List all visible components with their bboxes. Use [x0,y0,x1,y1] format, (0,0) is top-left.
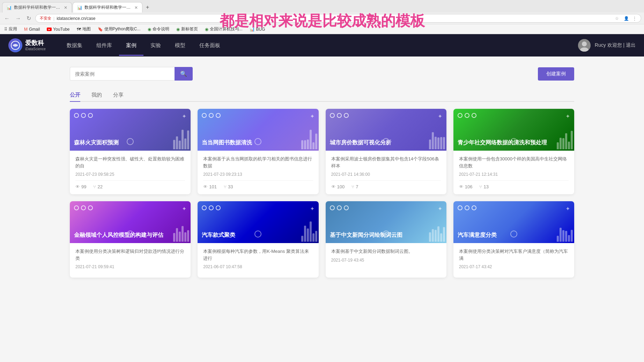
tab-shared[interactable]: 分享 [113,89,124,101]
dot-2 [209,205,214,210]
card-thumbnail: ✦ 森林火灾面积预测 [70,109,191,151]
create-case-button[interactable]: 创建案例 [538,67,574,81]
chart-bars [172,128,191,151]
refresh-button[interactable]: ↻ [25,14,32,22]
search-button[interactable]: 🔍 [175,67,193,81]
bookmark-cmd-label: 命令说明 [153,26,169,32]
forks-count: 7 [356,184,358,189]
python-bookmark-icon: 🔖 [98,27,103,32]
star-icon: ✦ [310,205,314,212]
tab-2-close[interactable]: ✕ [134,5,138,10]
svg-point-2 [582,42,587,46]
card-body: 本案例基于从当当网抓取的机学习相关的图书信息进行数据 2021-07-23 09… [198,151,318,194]
bookmark-cmd[interactable]: ◉ 命令说明 [146,25,171,33]
tab-mine[interactable]: 我的 [91,89,102,101]
dot-1 [330,205,335,210]
forward-button[interactable]: → [14,15,22,22]
back-button[interactable]: ← [3,15,11,22]
search-bar: 🔍 创建案例 [70,67,574,81]
address-bar: ← → ↻ 不安全 | idatascience.cn/case ☆ 👤 ⋮ [0,13,644,24]
bookmarks-bar: ⠿ 应用 M Gmail YouTube 🗺 地图 🔖 使用Python爬取C.… [0,24,644,34]
browser-chrome: 📊 数据科学科研和教学一体化平台 ✕ 📊 数据科学科研和教学一体化平台 ✕ + … [0,0,644,34]
tab-2[interactable]: 📊 数据科学科研和教学一体化平台 ✕ [73,2,142,13]
bookmark-newtab[interactable]: ◉ 新标签页 [175,25,199,33]
card-4[interactable]: ✦ 青少年社交网络数据的清洗和预处理 本案例使用一份包含30000个样的美国高中… [453,109,574,194]
nav-dashboard[interactable]: 任务面板 [192,35,227,56]
tab-1-label: 数据科学科研和教学一体化平台 [14,5,62,10]
fork-icon: ⑂ [93,184,96,189]
logo-area[interactable]: 爱数科 iDataScience [8,38,46,52]
extend-icon: ⋮ [632,16,637,21]
tab-1-close[interactable]: ✕ [64,5,67,10]
dot-3 [216,205,221,210]
bookmark-youtube[interactable]: YouTube [45,26,71,32]
card-3[interactable]: ✦ 城市房价数据可视化分析 本案例采用波士顿房价数据集其中包含14个字段506条… [326,109,446,194]
dot-2 [465,113,469,118]
dot-2 [337,113,342,118]
card-5[interactable]: ✦ 金融领域个人风控模型的构建与评估 本案例使用分类决策树和逻辑归对贷款违约情况… [70,201,191,278]
forks-stat: ⑂ 13 [479,184,488,189]
views-stat: 👁 106 [459,184,473,189]
card-1[interactable]: ✦ 森林火灾面积预测 森林火灾是一种突发性强、破性大、处置救助较为困难的自 20… [70,109,191,194]
circle-icon [383,138,390,145]
nav-cases[interactable]: 案例 [119,35,143,56]
user-greeting[interactable]: Rucy 欢迎您 | 退出 [595,42,636,48]
site-nav-right: Rucy 欢迎您 | 退出 [578,39,636,52]
bookmark-computer-label: 全国计算机技与... [210,26,243,32]
dot-2 [465,205,469,210]
card-7[interactable]: ✦ 基于中文新闻分词绘制词云图 本案例基于中文新闻分词数据制词云图。 2021-… [326,201,446,278]
cmd-bookmark-icon: ◉ [148,27,151,32]
bookmark-map[interactable]: 🗺 地图 [75,25,92,33]
card-dots [74,205,93,210]
views-stat: 👁 101 [203,184,217,189]
address-input[interactable]: 不安全 | idatascience.cn/case ☆ 👤 ⋮ [35,14,641,23]
nav-experiments[interactable]: 实验 [143,35,168,56]
search-input[interactable] [70,67,175,81]
dot-2 [81,205,86,210]
card-description: 本案例使用分类决策树和逻辑归对贷款违约情况进行分类 [75,248,185,262]
forks-count: 33 [228,184,233,189]
bookmark-gmail[interactable]: M Gmail [23,26,41,32]
card-dots [330,113,349,118]
nav-dataset[interactable]: 数据集 [60,35,89,56]
card-dots [202,113,221,118]
tab-public[interactable]: 公开 [70,89,80,102]
eye-icon: 👁 [75,184,80,189]
card-6[interactable]: ✦ 汽车款式聚类 本案例根据每种汽车的参数，用K-Means 聚类算法来进行 2… [198,201,318,278]
card-date: 2021-07-23 09:23:13 [203,172,313,177]
tab-2-favicon: 📊 [77,5,82,10]
forks-stat: ⑂ 33 [224,184,233,189]
card-thumbnail: ✦ 汽车款式聚类 [198,201,318,243]
tab-1[interactable]: 📊 数据科学科研和教学一体化平台 ✕ [2,2,72,13]
new-tab-button[interactable]: + [143,3,152,12]
card-body: 本案例使用一份包含30000个样的美国高中生社交网络信息数 2021-07-21… [453,151,574,194]
circle-icon [510,138,517,145]
bookmark-apps[interactable]: ⠿ 应用 [3,25,18,33]
map-icon: 🗺 [77,27,81,32]
card-stats: 👁 99 ⑂ 22 [75,180,185,189]
card-stats: 👁 101 ⑂ 33 [203,180,313,189]
nav-components[interactable]: 组件库 [89,35,119,56]
card-8[interactable]: ✦ 汽车满意度分类 本案例使用分类决策树对汽车客户满意度（简称为汽车满 2021… [453,201,574,278]
forks-count: 22 [97,184,102,189]
bookmark-star-icon[interactable]: ☆ [615,16,619,21]
bookmark-python[interactable]: 🔖 使用Python爬取C... [96,25,142,33]
card-dots [458,113,476,118]
chart-bars [428,225,446,243]
dot-3 [88,113,93,118]
card-body: 本案例根据每种汽车的参数，用K-Means 聚类算法来进行 2021-06-07… [198,243,318,278]
chart-bars [555,129,574,151]
dot-3 [472,113,476,118]
card-date: 2021-07-19 43:45 [331,258,441,263]
star-icon: ✦ [438,113,442,120]
nav-models[interactable]: 模型 [168,35,192,56]
bookmark-bug[interactable]: 📊 BUG [248,26,267,32]
bookmark-computer[interactable]: ◉ 全国计算机技与... [203,25,244,33]
card-2[interactable]: ✦ 当当网图书数据清洗 本案例基于从当当网抓取的机学习相关的图书信息进行数据 2… [198,109,318,194]
card-date: 2021-07-23 09:58:25 [75,172,185,177]
views-count: 100 [337,184,345,189]
content-tabs: 公开 我的 分享 [70,89,574,102]
dot-3 [344,113,349,118]
card-body: 本案例采用波士顿房价数据集其中包含14个字段506条样本 2021-07-21 … [326,151,446,194]
dot-3 [344,205,349,210]
